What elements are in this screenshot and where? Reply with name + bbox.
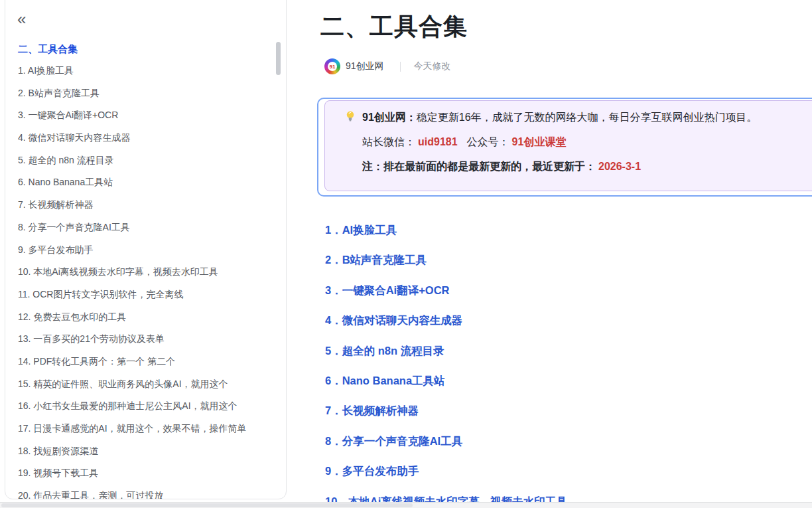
doc-link-item[interactable]: 5．超全的 n8n 流程目录: [325, 336, 812, 366]
gzh-label: 公众号：: [467, 136, 509, 147]
toc-item[interactable]: 16. 小红书女生最爱的那种迪士尼公主风AI，就用这个: [18, 395, 277, 418]
callout-line-note: 注：排在最前面的都是最新更新的，最近更新于：2026-3-1: [343, 159, 809, 175]
doc-link-item[interactable]: 1．AI换脸工具: [325, 215, 812, 245]
toc-item[interactable]: 13. 一百多买的21个劳动协议及表单: [18, 328, 277, 351]
sidebar-scrollbar-thumb[interactable]: [276, 42, 281, 75]
callout-selection-border[interactable]: 91创业网：稳定更新16年，成就了无数的网络大咖，每日分享互联网创业热门项目。 …: [317, 98, 812, 197]
horizontal-scrollbar-track[interactable]: [0, 502, 812, 508]
toc-item[interactable]: 3. 一键聚合Ai翻译+OCR: [18, 104, 277, 127]
doc-link-item[interactable]: 2．B站声音克隆工具: [325, 245, 812, 275]
toc-list: 1. AI换脸工具2. B站声音克隆工具3. 一键聚合Ai翻译+OCR4. 微信…: [18, 60, 277, 499]
toc-item[interactable]: 17. 日漫卡通感觉的AI，就用这个，效果不错，操作简单: [18, 418, 277, 440]
collapse-sidebar-icon[interactable]: «: [17, 13, 26, 26]
wechat-label: 站长微信：: [362, 136, 415, 147]
callout-line-intro: 91创业网：稳定更新16年，成就了无数的网络大咖，每日分享互联网创业热门项目。: [343, 110, 809, 126]
gzh-value: 91创业课堂: [512, 136, 567, 147]
horizontal-scrollbar-thumb[interactable]: [1, 503, 413, 507]
toc-header[interactable]: 二、工具合集: [18, 43, 78, 56]
toc-item[interactable]: 4. 微信对话聊天内容生成器: [18, 127, 277, 149]
callout-block[interactable]: 91创业网：稳定更新16年，成就了无数的网络大咖，每日分享互联网创业热门项目。 …: [324, 100, 812, 191]
outline-sidebar: « 二、工具合集 1. AI换脸工具2. B站声音克隆工具3. 一键聚合Ai翻译…: [5, 0, 287, 499]
toc-item[interactable]: 1. AI换脸工具: [18, 60, 277, 82]
author-name[interactable]: 91创业网: [346, 60, 384, 72]
callout-intro-bold: 91创业网：: [362, 112, 417, 123]
toc-item[interactable]: 20. 作品去重工具，亲测，可过投放: [18, 485, 277, 499]
avatar: 91: [324, 58, 340, 74]
page-title: 二、工具合集: [320, 11, 468, 43]
callout-line-contact: 站长微信：uid9181公众号：91创业课堂: [343, 134, 809, 150]
wechat-value: uid9181: [418, 136, 458, 147]
doc-link-item[interactable]: 8．分享一个声音克隆AI工具: [325, 426, 812, 456]
toc-item[interactable]: 19. 视频号下载工具: [18, 462, 277, 485]
toc-item[interactable]: 7. 长视频解析神器: [18, 194, 277, 216]
toc-item[interactable]: 8. 分享一个声音克隆AI工具: [18, 216, 277, 239]
toc-item[interactable]: 2. B站声音克隆工具: [18, 82, 277, 105]
toc-item[interactable]: 11. OCR图片转文字识别软件，完全离线: [18, 284, 277, 306]
avatar-label: 91: [328, 62, 337, 71]
toc-item[interactable]: 5. 超全的 n8n 流程目录: [18, 149, 277, 172]
doc-link-item[interactable]: 4．微信对话聊天内容生成器: [325, 305, 812, 335]
toc-item[interactable]: 12. 免费去豆包水印的工具: [18, 306, 277, 329]
toc-item[interactable]: 10. 本地Ai离线视频去水印字幕，视频去水印工具: [18, 261, 277, 284]
meta-divider: [400, 62, 401, 72]
doc-link-item[interactable]: 7．长视频解析神器: [325, 396, 812, 426]
toc-item[interactable]: 18. 找短剧资源渠道: [18, 440, 277, 463]
note-bold: 注：排在最前面的都是最新更新的，最近更新于：: [362, 161, 596, 172]
toc-item[interactable]: 14. PDF转化工具两个：第一个 第二个: [18, 351, 277, 373]
lightbulb-icon: [343, 110, 358, 122]
modified-time: 今天修改: [414, 60, 451, 72]
author-row: 91 91创业网 今天修改: [324, 58, 451, 75]
doc-link-item[interactable]: 3．一键聚合Ai翻译+OCR: [325, 276, 812, 305]
doc-link-item[interactable]: 9．多平台发布助手: [325, 456, 812, 486]
doc-link-list: 1．AI换脸工具2．B站声音克隆工具3．一键聚合Ai翻译+OCR4．微信对话聊天…: [325, 215, 812, 508]
toc-item[interactable]: 9. 多平台发布助手: [18, 239, 277, 262]
toc-item[interactable]: 15. 精英的证件照、职业商务风的头像AI，就用这个: [18, 373, 277, 396]
note-date: 2026-3-1: [598, 161, 641, 172]
toc-item[interactable]: 6. Nano Banana工具站: [18, 171, 277, 194]
doc-link-item[interactable]: 6．Nano Banana工具站: [325, 366, 812, 396]
callout-intro-text: 稳定更新16年，成就了无数的网络大咖，每日分享互联网创业热门项目。: [417, 112, 758, 123]
